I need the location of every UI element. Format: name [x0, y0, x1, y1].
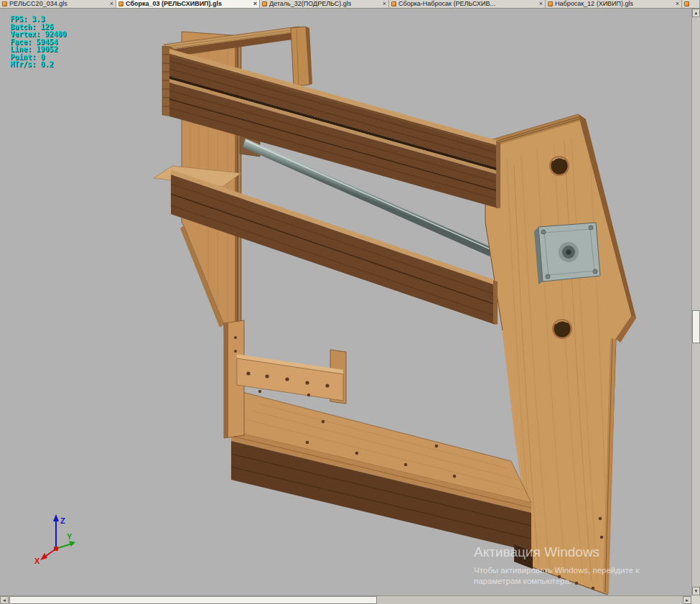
scroll-right-button[interactable]: ► — [683, 596, 691, 604]
scroll-down-icon: ▼ — [694, 589, 699, 593]
tab-close-icon[interactable]: × — [253, 1, 257, 7]
tab-label: Набросак_12 (ХИВИП).gls — [555, 0, 673, 8]
tab-close-icon[interactable]: × — [110, 1, 113, 7]
tab-label: Сборка-Набросак (РЕЛЬСХИВ... — [398, 0, 537, 8]
stats-line: FPS: 3.3 — [10, 16, 66, 24]
document-icon — [684, 1, 689, 6]
render-stats: FPS: 3.3 Batch: 126 Vertex: 92480 Face: … — [10, 16, 66, 69]
stats-line: MTr/s: 0.2 — [10, 61, 66, 69]
tab-document-1[interactable]: Сборка_03 (РЕЛЬСХИВИП).gls × — [116, 0, 260, 8]
stats-line: Vertex: 92480 — [10, 31, 66, 39]
tab-label: Сборка_03 (РЕЛЬСХИВИП).gls — [126, 0, 251, 8]
x-axis-label: X — [34, 557, 40, 565]
y-axis-label: Y — [67, 532, 73, 541]
scroll-left-icon: ◄ — [2, 598, 6, 603]
back-corner-post[interactable] — [291, 27, 312, 86]
scroll-up-icon: ▲ — [694, 11, 699, 15]
z-axis-label: Z — [60, 516, 65, 525]
tab-document-partial[interactable] — [682, 0, 700, 8]
document-tabbar: РЕЛЬСС20_034.gls × Сборка_03 (РЕЛЬСХИВИП… — [0, 0, 700, 9]
tab-label: Деталь_32(ПОДРЕЛЬС).gls — [269, 0, 381, 8]
vertical-scrollbar[interactable]: ▲ ▼ — [691, 9, 700, 595]
horizontal-scrollbar-thumb[interactable] — [9, 596, 377, 604]
tab-document-3[interactable]: Сборка-Набросак (РЕЛЬСХИВ... × — [389, 0, 546, 8]
tab-close-icon[interactable]: × — [539, 1, 543, 7]
tab-label: РЕЛЬСС20_034.gls — [9, 0, 108, 8]
tab-close-icon[interactable]: × — [676, 1, 679, 7]
tab-document-4[interactable]: Набросак_12 (ХИВИП).gls × — [546, 0, 682, 8]
scroll-up-button[interactable]: ▲ — [692, 9, 700, 17]
document-icon — [262, 1, 267, 6]
stats-line: Line: 19052 — [10, 46, 66, 54]
axes-origin — [54, 547, 58, 551]
scroll-down-button[interactable]: ▼ — [692, 587, 700, 595]
model-3d-wooden-frame[interactable]: Z Y X — [0, 9, 691, 595]
document-icon — [548, 1, 553, 6]
tab-document-2[interactable]: Деталь_32(ПОДРЕЛЬС).gls × — [260, 0, 389, 8]
viewport-3d[interactable]: Z Y X FPS: 3.3 Batch: 126 Vertex: 92480 … — [0, 9, 691, 595]
document-icon — [2, 1, 7, 6]
tab-close-icon[interactable]: × — [383, 1, 386, 7]
scrollbar-corner — [691, 595, 700, 604]
vertical-scrollbar-thumb[interactable] — [692, 310, 700, 343]
stepper-motor[interactable] — [534, 223, 600, 284]
scroll-left-button[interactable]: ◄ — [0, 596, 9, 604]
scroll-right-icon: ► — [685, 598, 689, 603]
document-icon — [391, 1, 396, 6]
document-icon — [118, 1, 123, 6]
panel-hole-bottom — [552, 319, 572, 339]
horizontal-scrollbar[interactable]: ◄ ► — [0, 595, 691, 604]
tab-document-0[interactable]: РЕЛЬСС20_034.gls × — [0, 0, 116, 8]
panel-hole-top — [549, 156, 569, 176]
